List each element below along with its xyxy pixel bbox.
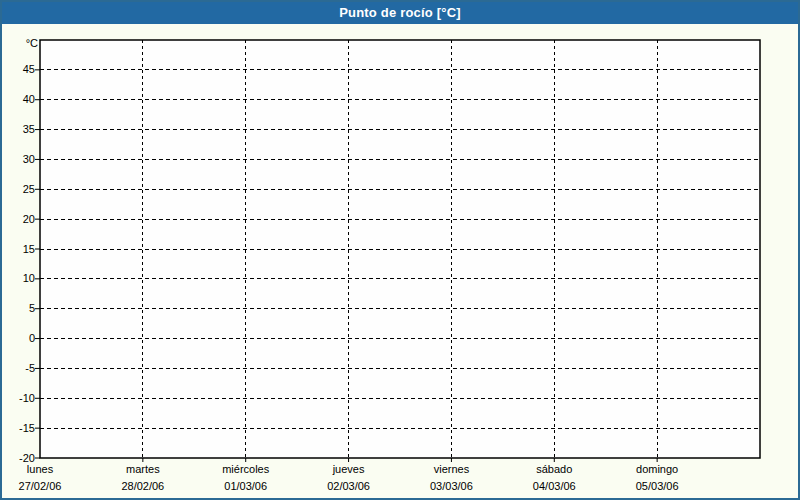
chart-title: Punto de rocío [°C] (339, 5, 461, 20)
chart-window: Punto de rocío [°C] °C454035302520151050… (0, 0, 800, 500)
chart-plot-grid (0, 0, 800, 500)
chart-title-bar: Punto de rocío [°C] (0, 0, 800, 24)
